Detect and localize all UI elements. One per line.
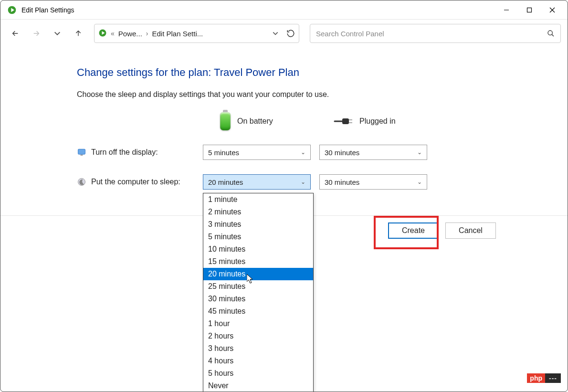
- dropdown-option[interactable]: 3 hours: [203, 342, 313, 355]
- chevron-down-icon[interactable]: [272, 30, 279, 37]
- chevron-down-icon: ⌄: [301, 149, 305, 156]
- dropdown-option[interactable]: 10 minutes: [203, 243, 313, 255]
- page-heading: Change settings for the plan: Travel Pow…: [77, 66, 544, 79]
- dropdown-option[interactable]: 5 hours: [203, 367, 313, 380]
- dropdown-option[interactable]: 45 minutes: [203, 305, 313, 318]
- app-icon-small: [98, 29, 107, 39]
- combo-value: 30 minutes: [325, 178, 359, 186]
- titlebar: Edit Plan Settings: [0, 0, 568, 20]
- refresh-icon[interactable]: [286, 29, 295, 38]
- sleep-row-label: Put the computer to sleep:: [91, 178, 180, 186]
- svg-rect-14: [78, 149, 85, 154]
- history-dropdown[interactable]: [49, 25, 65, 42]
- sleep-plugged-combo[interactable]: 30 minutes ⌄: [319, 174, 427, 190]
- display-battery-combo[interactable]: 5 minutes ⌄: [203, 145, 311, 160]
- combo-value: 5 minutes: [208, 148, 239, 157]
- app-icon: [7, 5, 17, 15]
- cancel-button[interactable]: Cancel: [445, 222, 496, 239]
- window-controls: [495, 0, 564, 20]
- dropdown-option[interactable]: Never: [203, 380, 313, 392]
- page-subtext: Choose the sleep and display settings th…: [77, 90, 544, 99]
- create-button-label: Create: [402, 226, 425, 235]
- plug-icon: [334, 117, 353, 126]
- back-button[interactable]: [7, 25, 23, 42]
- dropdown-option[interactable]: 1 hour: [203, 318, 313, 330]
- svg-point-9: [548, 31, 552, 35]
- battery-column-header: On battery: [203, 112, 316, 130]
- dropdown-option[interactable]: 5 minutes: [203, 231, 313, 243]
- sleep-battery-dropdown-list[interactable]: 1 minute2 minutes3 minutes5 minutes10 mi…: [203, 193, 314, 392]
- chevron-down-icon: ⌄: [417, 149, 422, 156]
- sleep-battery-combo[interactable]: 20 minutes ⌄: [203, 174, 311, 190]
- dropdown-option[interactable]: 2 minutes: [203, 206, 313, 218]
- plugged-column-header: Plugged in: [316, 117, 430, 126]
- dropdown-option[interactable]: 20 minutes: [203, 268, 313, 280]
- dropdown-option[interactable]: 30 minutes: [203, 293, 313, 305]
- chevron-down-icon: ⌄: [417, 179, 422, 185]
- sleep-icon: [77, 177, 86, 187]
- mouse-cursor-icon: [247, 274, 254, 286]
- nav-row: « Powe... › Edit Plan Setti...: [0, 20, 568, 47]
- svg-rect-2: [527, 8, 532, 12]
- breadcrumb-item[interactable]: Powe...: [118, 30, 142, 38]
- forward-button[interactable]: [28, 25, 44, 42]
- minimize-button[interactable]: [495, 0, 518, 20]
- cancel-button-label: Cancel: [459, 226, 483, 235]
- battery-label: On battery: [237, 117, 273, 126]
- combo-value: 20 minutes: [208, 178, 243, 186]
- maximize-button[interactable]: [518, 0, 541, 20]
- display-row-label: Turn off the display:: [91, 148, 158, 157]
- dropdown-option[interactable]: 25 minutes: [203, 280, 313, 293]
- dropdown-option[interactable]: 2 hours: [203, 330, 313, 342]
- svg-rect-11: [342, 118, 349, 124]
- breadcrumb-item[interactable]: Edit Plan Setti...: [152, 30, 203, 38]
- dropdown-option[interactable]: 3 minutes: [203, 218, 313, 231]
- chevron-down-icon: ⌄: [301, 179, 305, 185]
- sleep-timeout-row: Put the computer to sleep: 20 minutes ⌄ …: [77, 174, 544, 190]
- search-icon: [547, 30, 555, 37]
- content-area: Change settings for the plan: Travel Pow…: [0, 47, 568, 190]
- svg-rect-15: [81, 155, 83, 156]
- watermark: php ---: [527, 373, 561, 383]
- watermark-text: php: [527, 373, 545, 383]
- dropdown-option[interactable]: 4 hours: [203, 355, 313, 367]
- svg-line-10: [552, 34, 554, 36]
- watermark-text: ---: [545, 373, 561, 383]
- display-icon: [77, 148, 86, 157]
- combo-value: 30 minutes: [325, 148, 359, 157]
- display-plugged-combo[interactable]: 30 minutes ⌄: [319, 145, 427, 160]
- battery-icon: [220, 112, 231, 130]
- search-bar[interactable]: [310, 24, 561, 43]
- breadcrumb-chevron-icon: ›: [145, 30, 149, 37]
- plugged-label: Plugged in: [359, 117, 396, 126]
- window-title: Edit Plan Settings: [21, 6, 495, 14]
- dropdown-option[interactable]: 15 minutes: [203, 255, 313, 268]
- dropdown-option[interactable]: 1 minute: [203, 193, 313, 206]
- breadcrumb-chevron-icon: «: [110, 30, 116, 37]
- footer-buttons: Create Cancel: [388, 222, 496, 239]
- up-button[interactable]: [70, 25, 86, 42]
- close-button[interactable]: [541, 0, 564, 20]
- search-input[interactable]: [316, 30, 547, 38]
- address-bar[interactable]: « Powe... › Edit Plan Setti...: [94, 24, 299, 43]
- display-timeout-row: Turn off the display: 5 minutes ⌄ 30 min…: [77, 145, 544, 160]
- create-button[interactable]: Create: [388, 222, 439, 239]
- column-headers: On battery Plugged in: [77, 112, 544, 130]
